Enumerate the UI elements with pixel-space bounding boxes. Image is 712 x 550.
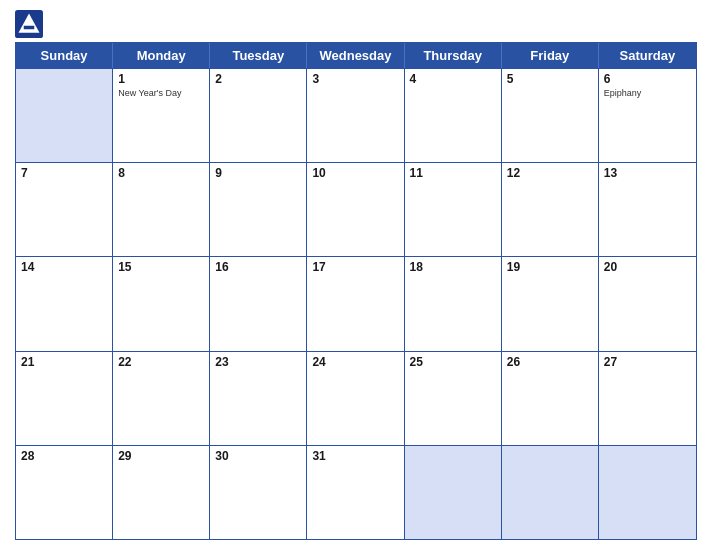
day-number: 25 bbox=[410, 355, 423, 369]
day-number: 18 bbox=[410, 260, 423, 274]
day-cell-w4-d5: 25 bbox=[405, 352, 502, 445]
day-headers: Sunday Monday Tuesday Wednesday Thursday… bbox=[16, 43, 696, 68]
day-cell-w2-d4: 10 bbox=[307, 163, 404, 256]
day-cell-w4-d2: 22 bbox=[113, 352, 210, 445]
header-sunday: Sunday bbox=[16, 43, 113, 68]
day-cell-w3-d3: 16 bbox=[210, 257, 307, 350]
day-cell-w1-d3: 2 bbox=[210, 69, 307, 162]
day-number: 6 bbox=[604, 72, 611, 86]
holiday-name: New Year's Day bbox=[118, 88, 204, 99]
day-cell-w3-d6: 19 bbox=[502, 257, 599, 350]
day-number: 13 bbox=[604, 166, 617, 180]
calendar-grid: Sunday Monday Tuesday Wednesday Thursday… bbox=[15, 42, 697, 540]
day-cell-w4-d3: 23 bbox=[210, 352, 307, 445]
day-cell-w5-d7 bbox=[599, 446, 696, 539]
header-monday: Monday bbox=[113, 43, 210, 68]
country-label bbox=[627, 10, 697, 16]
day-cell-w3-d5: 18 bbox=[405, 257, 502, 350]
day-cell-w1-d7: 6Epiphany bbox=[599, 69, 696, 162]
week-row-2: 78910111213 bbox=[16, 162, 696, 256]
day-number: 11 bbox=[410, 166, 423, 180]
day-cell-w1-d5: 4 bbox=[405, 69, 502, 162]
day-cell-w4-d6: 26 bbox=[502, 352, 599, 445]
header-row bbox=[15, 10, 697, 38]
day-number: 21 bbox=[21, 355, 34, 369]
logo-icon bbox=[15, 10, 43, 38]
day-cell-w3-d7: 20 bbox=[599, 257, 696, 350]
day-number: 2 bbox=[215, 72, 222, 86]
day-cell-w1-d6: 5 bbox=[502, 69, 599, 162]
day-number: 12 bbox=[507, 166, 520, 180]
day-number: 8 bbox=[118, 166, 125, 180]
day-cell-w1-d1 bbox=[16, 69, 113, 162]
day-number: 22 bbox=[118, 355, 131, 369]
day-cell-w2-d1: 7 bbox=[16, 163, 113, 256]
day-number: 19 bbox=[507, 260, 520, 274]
day-cell-w5-d6 bbox=[502, 446, 599, 539]
header-saturday: Saturday bbox=[599, 43, 696, 68]
day-cell-w5-d3: 30 bbox=[210, 446, 307, 539]
day-cell-w1-d4: 3 bbox=[307, 69, 404, 162]
week-row-3: 14151617181920 bbox=[16, 256, 696, 350]
day-cell-w5-d4: 31 bbox=[307, 446, 404, 539]
header-thursday: Thursday bbox=[405, 43, 502, 68]
day-cell-w4-d1: 21 bbox=[16, 352, 113, 445]
logo-area bbox=[15, 10, 47, 38]
day-number: 16 bbox=[215, 260, 228, 274]
svg-rect-2 bbox=[24, 26, 35, 30]
week-row-5: 28293031 bbox=[16, 445, 696, 539]
holiday-name: Epiphany bbox=[604, 88, 691, 99]
day-cell-w2-d2: 8 bbox=[113, 163, 210, 256]
day-number: 24 bbox=[312, 355, 325, 369]
day-cell-w5-d2: 29 bbox=[113, 446, 210, 539]
day-number: 10 bbox=[312, 166, 325, 180]
header-friday: Friday bbox=[502, 43, 599, 68]
day-number: 5 bbox=[507, 72, 514, 86]
day-cell-w2-d3: 9 bbox=[210, 163, 307, 256]
day-cell-w2-d5: 11 bbox=[405, 163, 502, 256]
day-cell-w5-d5 bbox=[405, 446, 502, 539]
day-number: 29 bbox=[118, 449, 131, 463]
day-number: 9 bbox=[215, 166, 222, 180]
day-number: 3 bbox=[312, 72, 319, 86]
day-number: 28 bbox=[21, 449, 34, 463]
week-row-4: 21222324252627 bbox=[16, 351, 696, 445]
day-number: 4 bbox=[410, 72, 417, 86]
day-number: 1 bbox=[118, 72, 125, 86]
day-cell-w3-d4: 17 bbox=[307, 257, 404, 350]
day-number: 15 bbox=[118, 260, 131, 274]
weeks-container: 1New Year's Day23456Epiphany789101112131… bbox=[16, 68, 696, 539]
calendar-container: Sunday Monday Tuesday Wednesday Thursday… bbox=[0, 0, 712, 550]
calendar-title bbox=[47, 10, 627, 12]
day-cell-w3-d1: 14 bbox=[16, 257, 113, 350]
header-wednesday: Wednesday bbox=[307, 43, 404, 68]
day-cell-w1-d2: 1New Year's Day bbox=[113, 69, 210, 162]
header-tuesday: Tuesday bbox=[210, 43, 307, 68]
day-cell-w4-d4: 24 bbox=[307, 352, 404, 445]
day-number: 23 bbox=[215, 355, 228, 369]
day-cell-w4-d7: 27 bbox=[599, 352, 696, 445]
day-number: 31 bbox=[312, 449, 325, 463]
day-cell-w5-d1: 28 bbox=[16, 446, 113, 539]
day-number: 17 bbox=[312, 260, 325, 274]
week-row-1: 1New Year's Day23456Epiphany bbox=[16, 68, 696, 162]
day-number: 26 bbox=[507, 355, 520, 369]
day-number: 14 bbox=[21, 260, 34, 274]
day-cell-w3-d2: 15 bbox=[113, 257, 210, 350]
day-cell-w2-d6: 12 bbox=[502, 163, 599, 256]
day-number: 20 bbox=[604, 260, 617, 274]
day-number: 7 bbox=[21, 166, 28, 180]
day-cell-w2-d7: 13 bbox=[599, 163, 696, 256]
day-number: 27 bbox=[604, 355, 617, 369]
day-number: 30 bbox=[215, 449, 228, 463]
